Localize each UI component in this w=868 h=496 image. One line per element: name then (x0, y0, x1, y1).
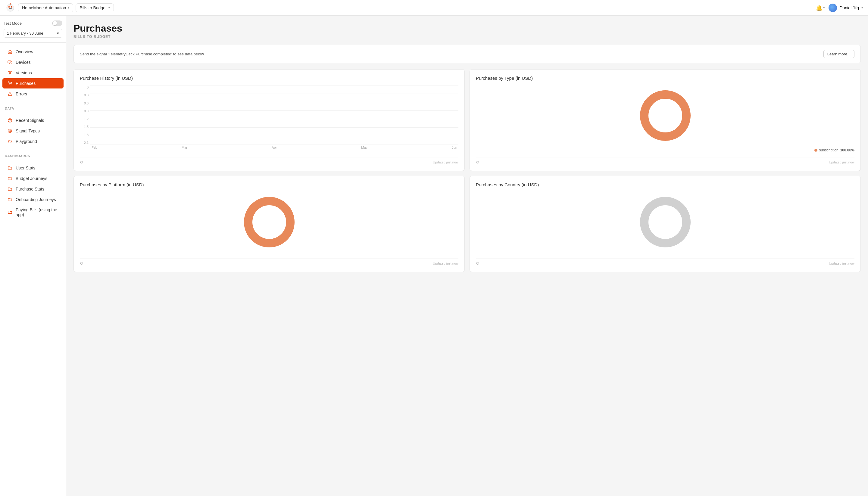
app-layout: Test Mode 1 February - 30 June ▾ Overvie… (0, 16, 868, 496)
sidebar-item-label: Versions (16, 71, 32, 75)
bar-chart-yaxis: 2.1 1.8 1.5 1.2 0.9 0.6 0.3 0 (80, 86, 90, 152)
chart-footer: ↻ Updated just now (476, 157, 854, 165)
chart-title: Purchases by Country (in USD) (476, 182, 854, 187)
sidebar-item-label: Paying Bills (using the app) (16, 207, 59, 217)
workspace-chevron-icon: ▾ (68, 6, 69, 9)
chart-footer: ↻ Updated just now (476, 258, 854, 266)
test-mode-toggle[interactable] (52, 20, 62, 26)
folder-icon (7, 186, 13, 192)
sidebar: Test Mode 1 February - 30 June ▾ Overvie… (0, 16, 66, 496)
home-icon (7, 49, 13, 55)
sidebar-item-user-stats[interactable]: User Stats (2, 163, 63, 173)
donut-container (476, 192, 854, 252)
sidebar-item-label: Purchases (16, 81, 35, 86)
project-label: Bills to Budget (79, 5, 107, 10)
svg-point-17 (11, 84, 12, 85)
refresh-icon[interactable]: ↻ (476, 261, 479, 266)
warning-icon (7, 91, 13, 97)
toggle-knob (53, 21, 57, 25)
svg-point-11 (9, 71, 10, 72)
signal-types-icon (7, 128, 13, 134)
project-dropdown[interactable]: Bills to Budget ▾ (76, 3, 114, 12)
workspace-dropdown[interactable]: HomeMade Automation ▾ (18, 3, 73, 12)
donut-container: subscription 100.00% (476, 86, 854, 154)
folder-icon (7, 176, 13, 181)
playground-icon (7, 139, 13, 144)
svg-rect-2 (9, 6, 10, 7)
project-chevron-icon: ▾ (108, 6, 110, 9)
sidebar-item-purchases[interactable]: Purchases (2, 78, 63, 89)
sidebar-item-label: Signal Types (16, 128, 40, 133)
sidebar-item-overview[interactable]: Overview (2, 47, 63, 57)
page-title: Purchases (74, 23, 861, 34)
svg-rect-3 (11, 6, 12, 7)
refresh-icon[interactable]: ↻ (80, 261, 83, 266)
folder-icon (7, 210, 13, 215)
bar-chart-inner: Feb Mar Apr May Jun (90, 86, 458, 152)
user-menu-button[interactable]: Daniel Jilg ▾ (828, 4, 863, 12)
svg-point-6 (10, 3, 11, 4)
svg-point-28 (644, 94, 686, 137)
chart-footer: ↻ Updated just now (80, 157, 458, 165)
dashboards-section-label: DASHBOARDS (0, 151, 66, 159)
sidebar-item-signal-types[interactable]: Signal Types (2, 126, 63, 136)
sidebar-item-devices[interactable]: Devices (2, 57, 63, 67)
sidebar-item-label: Overview (16, 49, 33, 54)
topnav-left: HomeMade Automation ▾ Bills to Budget ▾ (5, 2, 114, 13)
donut-chart-svg (635, 192, 696, 252)
sidebar-item-budget-journeys[interactable]: Budget Journeys (2, 173, 63, 184)
refresh-icon[interactable]: ↻ (80, 160, 83, 165)
sidebar-item-label: Recent Signals (16, 118, 44, 123)
svg-point-12 (10, 71, 12, 72)
svg-line-14 (9, 72, 10, 73)
page-subtitle: BILLS TO BUDGET (74, 35, 861, 39)
avatar (828, 4, 837, 12)
data-section-label: DATA (0, 103, 66, 111)
sidebar-item-purchase-stats[interactable]: Purchase Stats (2, 184, 63, 194)
purchases-by-type-card: Purchases by Type (in USD) subscription … (470, 69, 861, 171)
charts-grid: Purchase History (in USD) 2.1 1.8 1.5 1.… (74, 69, 861, 272)
sidebar-item-recent-signals[interactable]: Recent Signals (2, 115, 63, 125)
sidebar-item-errors[interactable]: Errors (2, 89, 63, 99)
sidebar-item-label: Playground (16, 139, 37, 144)
chart-title: Purchase History (in USD) (80, 76, 458, 81)
learn-more-button[interactable]: Learn more... (823, 50, 854, 58)
updated-text: Updated just now (829, 262, 854, 265)
bar-chart-container: 2.1 1.8 1.5 1.2 0.9 0.6 0.3 0 (80, 86, 458, 152)
recent-signals-icon (7, 118, 13, 123)
test-mode-label: Test Mode (4, 21, 22, 26)
main-content: Purchases BILLS TO BUDGET Send the signa… (66, 16, 868, 496)
preset-config-text: Send the signal 'TelemetryDeck.Purchase.… (80, 52, 820, 56)
folder-icon (7, 165, 13, 171)
svg-point-16 (9, 84, 10, 85)
svg-point-27 (10, 141, 10, 142)
date-range-chevron-icon: ▾ (57, 31, 59, 35)
bar-chart-xlabels: Feb Mar Apr May Jun (90, 146, 458, 152)
sidebar-nav: Overview Devices Versions Purchases (0, 43, 66, 103)
devices-icon (7, 60, 13, 65)
test-mode-row: Test Mode (4, 20, 62, 26)
donut-legend: subscription 100.00% (476, 148, 854, 154)
notifications-button[interactable]: 🔔 ▾ (816, 4, 825, 11)
sidebar-item-paying-bills[interactable]: Paying Bills (using the app) (2, 205, 63, 219)
legend-pct: 100.00% (840, 148, 854, 152)
purchases-by-country-card: Purchases by Country (in USD) ↻ Updated … (470, 176, 861, 272)
refresh-icon[interactable]: ↻ (476, 160, 479, 165)
sidebar-top: Test Mode 1 February - 30 June ▾ (0, 20, 66, 43)
chart-body (80, 192, 458, 254)
updated-text: Updated just now (829, 160, 854, 164)
sidebar-item-label: Errors (16, 92, 27, 96)
user-name: Daniel Jilg (839, 5, 859, 10)
date-range-button[interactable]: 1 February - 30 June ▾ (4, 29, 62, 37)
svg-point-19 (10, 95, 10, 95)
sidebar-item-onboarding-journeys[interactable]: Onboarding Journeys (2, 195, 63, 205)
sidebar-item-label: Devices (16, 60, 31, 65)
versions-icon (7, 70, 13, 76)
chart-body: subscription 100.00% (476, 86, 854, 154)
updated-text: Updated just now (433, 160, 458, 164)
topnav-right: 🔔 ▾ Daniel Jilg ▾ (816, 4, 863, 12)
user-chevron-icon: ▾ (862, 6, 863, 10)
donut-chart-svg (635, 86, 696, 146)
sidebar-item-versions[interactable]: Versions (2, 68, 63, 78)
sidebar-item-playground[interactable]: Playground (2, 136, 63, 146)
